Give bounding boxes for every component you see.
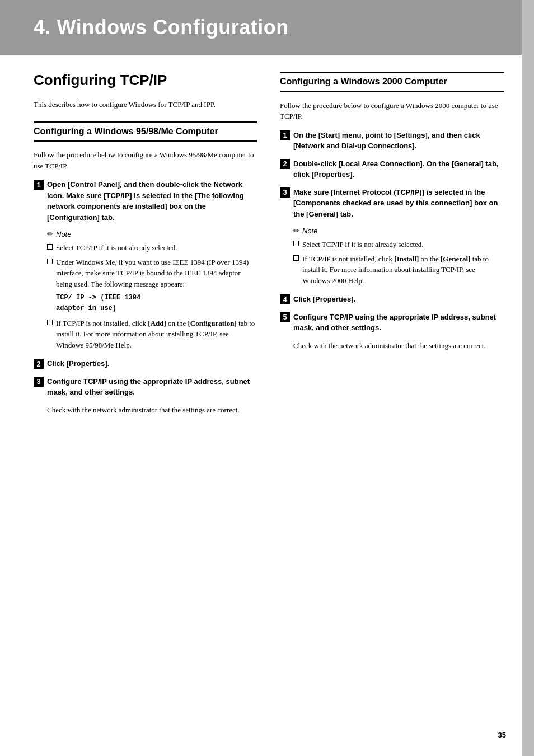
note-block-1-left: ✏ Note Select TCP/IP if it is not alread…: [47, 229, 257, 350]
page: 4. Windows Configuration Configuring TCP…: [0, 0, 534, 756]
step-text-5-right: Configure TCP/IP using the appropriate I…: [293, 312, 504, 334]
check-para-left: Check with the network administrator tha…: [47, 405, 257, 416]
step-text-4-right: Click [Properties].: [293, 294, 355, 305]
subsection-title-right: Configuring a Windows 2000 Computer: [280, 76, 504, 88]
step-number-2-left: 2: [34, 359, 44, 369]
sub-intro-left: Follow the procedure below to configure …: [34, 149, 257, 171]
step-number-1-right: 1: [280, 130, 290, 140]
section-title: Configuring TCP/IP: [34, 72, 257, 89]
note-item-1b-left: Under Windows Me, if you want to use IEE…: [47, 257, 257, 290]
note-item-3a-right: Select TCP/IP if it is not already selec…: [293, 239, 504, 250]
step-1-left: 1 Open [Control Panel], and then double-…: [34, 179, 257, 223]
step-number-3-left: 3: [34, 377, 44, 387]
checkbox-icon-3a: [293, 241, 299, 246]
note-item-1a-left: Select TCP/IP if it is not already selec…: [47, 242, 257, 253]
step-4-right: 4 Click [Properties].: [280, 294, 504, 305]
checkbox-icon-3b: [293, 255, 299, 261]
step-text-3-left: Configure TCP/IP using the appropriate I…: [47, 376, 257, 398]
left-column: Configuring TCP/IP This describes how to…: [34, 72, 257, 421]
step-3-right: 3 Make sure [Internet Protocol (TCP/IP)]…: [280, 187, 504, 220]
note-label-1-left: Note: [56, 230, 71, 238]
code-block-1: TCP/ IP -> (IEEE 1394adaptor in use): [56, 293, 257, 314]
checkbox-icon-1a: [47, 244, 53, 250]
step-number-1-left: 1: [34, 180, 44, 190]
note-text-1c: If TCP/IP is not installed, click [Add] …: [56, 318, 257, 351]
step-2-left: 2 Click [Properties].: [34, 358, 257, 369]
subsection-header-left: Configuring a Windows 95/98/Me Computer: [34, 121, 257, 142]
note-item-1c-left: If TCP/IP is not installed, click [Add] …: [47, 318, 257, 351]
note-text-1b: Under Windows Me, if you want to use IEE…: [56, 257, 257, 290]
sub-intro-right: Follow the procedure below to configure …: [280, 100, 504, 122]
intro-text: This describes how to configure Windows …: [34, 99, 257, 110]
note-text-3b: If TCP/IP is not installed, click [Insta…: [302, 253, 504, 287]
step-5-right: 5 Configure TCP/IP using the appropriate…: [280, 312, 504, 334]
step-1-right: 1 On the [Start] menu, point to [Setting…: [280, 130, 504, 152]
step-2-right: 2 Double-click [Local Area Connection]. …: [280, 158, 504, 180]
step-number-5-right: 5: [280, 312, 290, 322]
note-title-row-3-right: ✏ Note: [293, 226, 504, 236]
right-column: Configuring a Windows 2000 Computer Foll…: [280, 72, 504, 421]
note-title-row-1-left: ✏ Note: [47, 229, 257, 239]
checkbox-icon-1c: [47, 320, 53, 325]
step-text-2-right: Double-click [Local Area Connection]. On…: [293, 158, 504, 180]
note-icon-1-left: ✏: [47, 229, 54, 239]
page-title: 4. Windows Configuration: [34, 16, 289, 39]
step-text-1-right: On the [Start] menu, point to [Settings]…: [293, 130, 504, 152]
step-number-3-right: 3: [280, 187, 290, 198]
subsection-title-left: Configuring a Windows 95/98/Me Computer: [34, 126, 257, 138]
page-number: 35: [498, 731, 506, 739]
sidebar-accent: [522, 0, 534, 756]
note-text-1a: Select TCP/IP if it is not already selec…: [56, 242, 177, 253]
note-label-3-right: Note: [302, 227, 317, 235]
step-number-4-right: 4: [280, 294, 290, 304]
checkbox-icon-1b: [47, 259, 53, 264]
note-block-3-right: ✏ Note Select TCP/IP if it is not alread…: [293, 226, 504, 286]
step-text-3-right: Make sure [Internet Protocol (TCP/IP)] i…: [293, 187, 504, 220]
note-icon-3-right: ✏: [293, 226, 300, 236]
note-text-3a: Select TCP/IP if it is not already selec…: [302, 239, 424, 250]
step-number-2-right: 2: [280, 159, 290, 169]
check-para-right: Check with the network administrator tha…: [293, 340, 504, 351]
header-bar: 4. Windows Configuration: [0, 0, 534, 55]
subsection-header-right: Configuring a Windows 2000 Computer: [280, 72, 504, 92]
note-item-3b-right: If TCP/IP is not installed, click [Insta…: [293, 253, 504, 287]
step-3-left: 3 Configure TCP/IP using the appropriate…: [34, 376, 257, 398]
step-text-2-left: Click [Properties].: [47, 358, 109, 369]
step-text-1-left: Open [Control Panel], and then double-cl…: [47, 179, 257, 223]
main-content: Configuring TCP/IP This describes how to…: [0, 55, 534, 443]
